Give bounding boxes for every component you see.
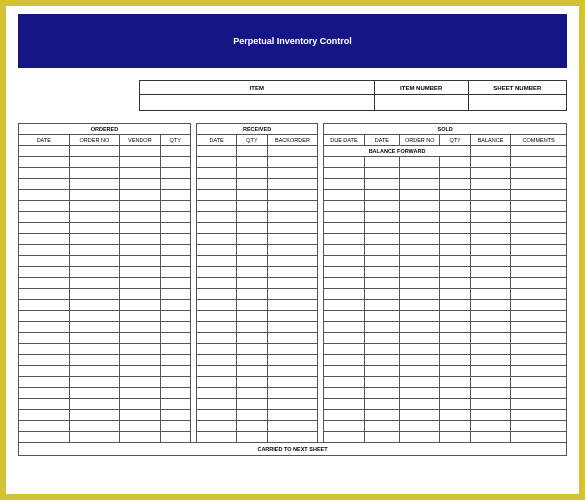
table-cell[interactable] xyxy=(237,344,267,355)
table-cell[interactable] xyxy=(400,223,440,234)
table-cell[interactable] xyxy=(69,190,120,201)
table-cell[interactable] xyxy=(440,432,470,443)
table-cell[interactable] xyxy=(19,278,70,289)
table-cell[interactable] xyxy=(440,267,470,278)
table-cell[interactable] xyxy=(267,212,318,223)
table-cell[interactable] xyxy=(470,366,510,377)
table-cell[interactable] xyxy=(400,289,440,300)
table-cell[interactable] xyxy=(470,377,510,388)
table-cell[interactable] xyxy=(196,168,236,179)
table-cell[interactable] xyxy=(511,432,567,443)
table-cell[interactable] xyxy=(237,333,267,344)
table-cell[interactable] xyxy=(364,190,399,201)
table-cell[interactable] xyxy=(69,421,120,432)
table-cell[interactable] xyxy=(470,388,510,399)
table-cell[interactable] xyxy=(237,311,267,322)
table-cell[interactable] xyxy=(160,311,190,322)
table-cell[interactable] xyxy=(364,421,399,432)
table-cell[interactable] xyxy=(440,399,470,410)
table-cell[interactable] xyxy=(324,322,364,333)
table-cell[interactable] xyxy=(237,366,267,377)
table-cell[interactable] xyxy=(120,377,160,388)
table-cell[interactable] xyxy=(324,399,364,410)
table-cell[interactable] xyxy=(237,388,267,399)
table-cell[interactable] xyxy=(470,399,510,410)
table-cell[interactable] xyxy=(160,410,190,421)
table-cell[interactable] xyxy=(364,212,399,223)
table-cell[interactable] xyxy=(400,432,440,443)
table-cell[interactable] xyxy=(364,311,399,322)
table-cell[interactable] xyxy=(267,421,318,432)
table-cell[interactable] xyxy=(511,355,567,366)
table-cell[interactable] xyxy=(400,168,440,179)
table-cell[interactable] xyxy=(511,421,567,432)
table-cell[interactable] xyxy=(120,201,160,212)
table-cell[interactable] xyxy=(19,311,70,322)
table-cell[interactable] xyxy=(19,344,70,355)
table-cell[interactable] xyxy=(470,157,510,168)
table-cell[interactable] xyxy=(69,234,120,245)
table-cell[interactable] xyxy=(120,212,160,223)
table-cell[interactable] xyxy=(19,146,70,157)
table-cell[interactable] xyxy=(160,157,190,168)
table-cell[interactable] xyxy=(120,311,160,322)
table-cell[interactable] xyxy=(196,322,236,333)
table-cell[interactable] xyxy=(237,300,267,311)
table-cell[interactable] xyxy=(69,377,120,388)
table-cell[interactable] xyxy=(267,388,318,399)
table-cell[interactable] xyxy=(470,300,510,311)
table-cell[interactable] xyxy=(267,256,318,267)
table-cell[interactable] xyxy=(19,421,70,432)
table-cell[interactable] xyxy=(324,300,364,311)
table-cell[interactable] xyxy=(511,190,567,201)
table-cell[interactable] xyxy=(324,201,364,212)
table-cell[interactable] xyxy=(511,410,567,421)
table-cell[interactable] xyxy=(160,366,190,377)
table-cell[interactable] xyxy=(511,377,567,388)
table-cell[interactable] xyxy=(364,245,399,256)
table-cell[interactable] xyxy=(120,355,160,366)
table-cell[interactable] xyxy=(69,157,120,168)
table-cell[interactable] xyxy=(324,388,364,399)
table-cell[interactable] xyxy=(196,267,236,278)
table-cell[interactable] xyxy=(69,355,120,366)
table-cell[interactable] xyxy=(511,399,567,410)
table-cell[interactable] xyxy=(237,322,267,333)
table-cell[interactable] xyxy=(237,377,267,388)
table-cell[interactable] xyxy=(364,410,399,421)
table-cell[interactable] xyxy=(19,333,70,344)
table-cell[interactable] xyxy=(470,410,510,421)
table-cell[interactable] xyxy=(120,278,160,289)
table-cell[interactable] xyxy=(196,223,236,234)
table-cell[interactable] xyxy=(196,234,236,245)
table-cell[interactable] xyxy=(237,355,267,366)
table-cell[interactable] xyxy=(19,234,70,245)
table-cell[interactable] xyxy=(440,421,470,432)
table-cell[interactable] xyxy=(237,157,267,168)
table-cell[interactable] xyxy=(324,267,364,278)
table-cell[interactable] xyxy=(511,267,567,278)
table-cell[interactable] xyxy=(120,410,160,421)
table-cell[interactable] xyxy=(120,399,160,410)
table-cell[interactable] xyxy=(69,168,120,179)
table-cell[interactable] xyxy=(267,432,318,443)
table-cell[interactable] xyxy=(324,179,364,190)
table-cell[interactable] xyxy=(69,333,120,344)
table-cell[interactable] xyxy=(267,267,318,278)
table-cell[interactable] xyxy=(511,311,567,322)
table-cell[interactable] xyxy=(400,399,440,410)
table-cell[interactable] xyxy=(511,388,567,399)
table-cell[interactable] xyxy=(19,366,70,377)
table-cell[interactable] xyxy=(511,256,567,267)
table-cell[interactable] xyxy=(120,256,160,267)
table-cell[interactable] xyxy=(511,366,567,377)
table-cell[interactable] xyxy=(160,355,190,366)
table-cell[interactable] xyxy=(470,278,510,289)
table-cell[interactable] xyxy=(364,256,399,267)
table-cell[interactable] xyxy=(69,432,120,443)
table-cell[interactable] xyxy=(400,278,440,289)
table-cell[interactable] xyxy=(19,245,70,256)
table-cell[interactable] xyxy=(120,245,160,256)
table-cell[interactable] xyxy=(324,256,364,267)
table-cell[interactable] xyxy=(440,333,470,344)
